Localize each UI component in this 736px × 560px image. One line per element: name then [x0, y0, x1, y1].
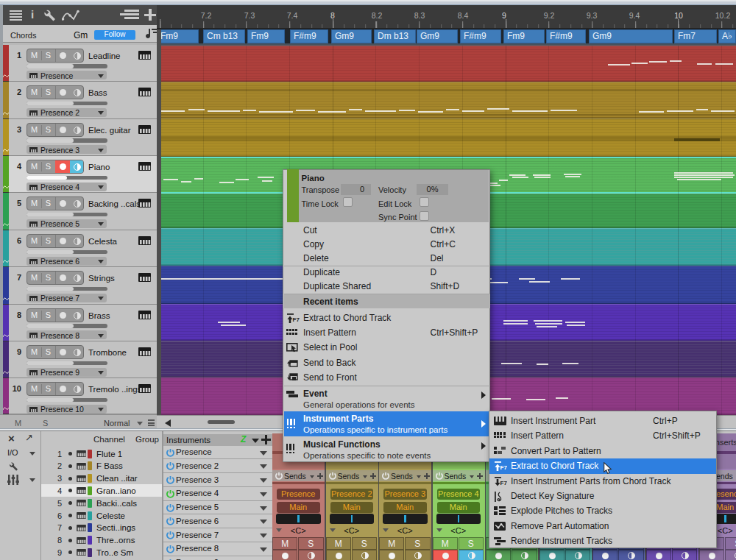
svg-text:F7: F7	[500, 480, 508, 486]
svg-text:F7: F7	[500, 464, 508, 471]
svg-text:F7: F7	[292, 316, 300, 323]
